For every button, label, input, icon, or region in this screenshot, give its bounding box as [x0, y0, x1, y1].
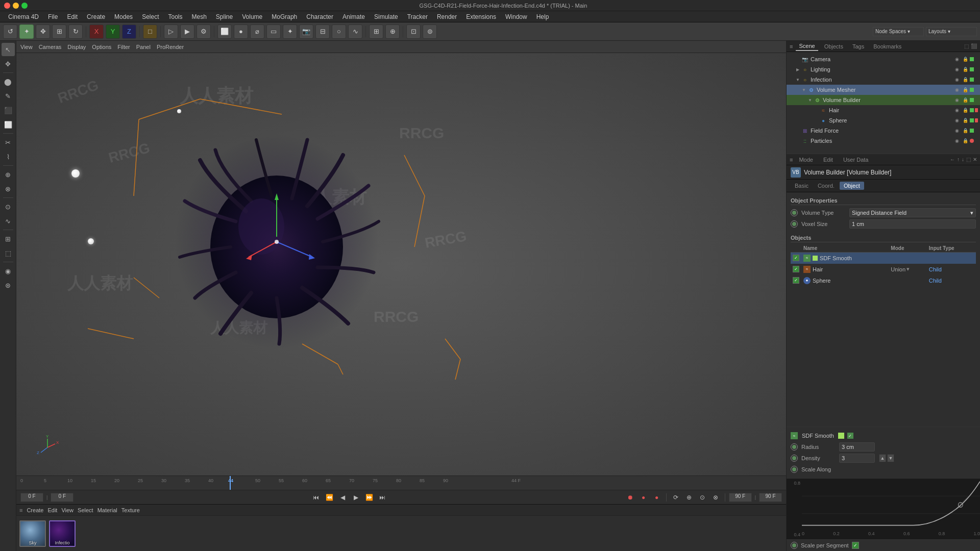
toolbar-render-view[interactable]: ▷: [164, 24, 178, 39]
viewport-cameras-menu[interactable]: Cameras: [39, 44, 62, 50]
obj-particles[interactable]: :: Particles ◉ 🔒: [787, 136, 980, 146]
material-sky[interactable]: Sky: [19, 520, 46, 547]
sdf-radius-value[interactable]: 3 cm: [839, 442, 875, 452]
obj-infection-arrow[interactable]: ▼: [795, 78, 801, 82]
menu-character[interactable]: Character: [302, 12, 337, 21]
maximize-button[interactable]: [21, 3, 28, 9]
toolbar-scale[interactable]: ⊞: [52, 24, 66, 39]
prop-expand-icon[interactable]: ⬚: [966, 157, 971, 162]
menu-animate[interactable]: Animate: [338, 12, 369, 21]
node-spaces-dropdown[interactable]: Node Spaces ▾: [873, 27, 924, 36]
fps-input[interactable]: 90 F: [759, 493, 782, 502]
sdf-smooth-checkbox[interactable]: [793, 255, 799, 261]
minimize-button[interactable]: [13, 3, 19, 9]
dynamics[interactable]: ⊗: [710, 492, 721, 503]
obj-tab-bookmarks[interactable]: Bookmarks: [870, 42, 904, 51]
obj-volume-mesher[interactable]: ▼ ⚙ Volume Mesher ◉ 🔒: [787, 85, 980, 95]
obj-lighting-arrow[interactable]: ▶: [795, 67, 801, 72]
curve-canvas[interactable]: [802, 479, 980, 531]
obj-sphere-lock-icon[interactable]: 🔒: [962, 117, 969, 124]
viewport-options-menu[interactable]: Options: [92, 44, 111, 50]
prop-coord-tab[interactable]: Coord.: [814, 182, 839, 190]
mat-create-menu[interactable]: Create: [27, 507, 43, 513]
mat-view-menu[interactable]: View: [61, 507, 74, 513]
step-back[interactable]: ⏪: [324, 492, 335, 503]
play-forward[interactable]: ▶: [350, 492, 361, 503]
toolbar-spline[interactable]: ∿: [348, 24, 362, 39]
tool-axis[interactable]: ⊞: [2, 232, 15, 245]
tool-brush[interactable]: ⬤: [2, 75, 15, 88]
scale-per-seg-checkbox[interactable]: ✓: [852, 542, 859, 549]
obj-ff-lock-icon[interactable]: 🔒: [962, 127, 969, 134]
toolbar-cylinder[interactable]: ⌀: [250, 24, 264, 39]
toolbar-live-selection[interactable]: ✦: [19, 24, 34, 39]
viewport-display-menu[interactable]: Display: [67, 44, 86, 50]
obj-lighting-vis-icon[interactable]: ◉: [953, 66, 961, 73]
obj-tab-scene[interactable]: Scene: [796, 42, 818, 51]
menu-tracker[interactable]: Tracker: [403, 12, 432, 21]
viewport-filter-menu[interactable]: Filter: [117, 44, 130, 50]
sdf-color-chip[interactable]: [838, 433, 844, 439]
menu-create[interactable]: Create: [83, 12, 109, 21]
loop[interactable]: ⟳: [670, 492, 681, 503]
obj-tab-tags[interactable]: Tags: [849, 42, 867, 51]
timeline-cursor[interactable]: [230, 476, 231, 490]
toolbar-z-axis[interactable]: Z: [122, 24, 136, 39]
menu-render[interactable]: Render: [433, 12, 461, 21]
tool-material-smooth[interactable]: ⊛: [2, 279, 15, 292]
table-row-sphere[interactable]: ● Sphere Child: [791, 275, 976, 286]
menu-file[interactable]: File: [44, 12, 62, 21]
obj-manager-menu-icon[interactable]: ≡: [790, 43, 793, 49]
obj-vm-vis-icon[interactable]: ◉: [953, 86, 961, 93]
menu-mograph[interactable]: MoGraph: [267, 12, 301, 21]
obj-sphere-vis-icon[interactable]: ◉: [953, 117, 961, 124]
toolbar-sphere-tool[interactable]: ●: [234, 24, 248, 39]
toolbar-subdivide[interactable]: ⊡: [406, 24, 421, 39]
prop-tab-mode[interactable]: Mode: [795, 156, 817, 164]
sdf-vis-btn[interactable]: ✓: [847, 433, 853, 439]
tool-smooth-tool[interactable]: ∿: [2, 214, 15, 228]
tool-sculpt[interactable]: ⊙: [2, 200, 15, 213]
toolbar-render-settings[interactable]: ⚙: [197, 24, 211, 39]
mat-select-menu[interactable]: Select: [78, 507, 93, 513]
sphere-checkbox[interactable]: [793, 277, 799, 284]
window-controls[interactable]: [4, 3, 28, 9]
end-frame-input[interactable]: 90 F: [729, 493, 752, 502]
obj-infection-vis-icon[interactable]: ◉: [953, 76, 961, 83]
obj-volume-mesher-arrow[interactable]: ▼: [801, 88, 807, 92]
hair-checkbox[interactable]: [793, 266, 799, 272]
obj-particles-lock-icon[interactable]: 🔒: [962, 137, 969, 144]
table-row-hair[interactable]: ≈ Hair Union ▾ Chil: [791, 264, 976, 275]
tool-fill[interactable]: ⬛: [2, 104, 15, 117]
menu-simulate[interactable]: Simulate: [370, 12, 402, 21]
menu-extensions[interactable]: Extensions: [462, 12, 500, 21]
sdf-density-up[interactable]: ▲: [879, 454, 886, 462]
sdf-radius-enable[interactable]: [791, 443, 798, 450]
toolbar-snap[interactable]: ⊕: [385, 24, 400, 39]
obj-vb-vis-icon[interactable]: ◉: [953, 96, 961, 104]
obj-lighting-lock-icon[interactable]: 🔒: [962, 66, 969, 73]
obj-vb-lock-icon[interactable]: 🔒: [962, 96, 969, 104]
obj-infection[interactable]: ▼ ○ Infection ◉ 🔒: [787, 74, 980, 85]
mat-texture-menu[interactable]: Texture: [121, 507, 140, 513]
hair-mode-arrow[interactable]: ▾: [906, 266, 910, 272]
volume-type-enable[interactable]: [791, 209, 798, 216]
toolbar-plane[interactable]: ▭: [266, 24, 281, 39]
tool-erase[interactable]: ⬜: [2, 118, 15, 131]
toolbar-light[interactable]: ✦: [283, 24, 297, 39]
motion-track[interactable]: ⊕: [683, 492, 695, 503]
sdf-density-value[interactable]: 3: [839, 454, 875, 463]
prop-back-icon[interactable]: ←: [950, 157, 955, 162]
layouts-dropdown[interactable]: Layouts ▾: [926, 27, 977, 36]
curve-area[interactable]: 0.8 0.4 0: [787, 478, 980, 539]
obj-particles-vis-icon[interactable]: ◉: [953, 137, 961, 144]
tool-move[interactable]: ✥: [2, 57, 15, 70]
tool-bridge[interactable]: ⌇: [2, 150, 15, 163]
prop-menu-icon[interactable]: ≡: [790, 157, 793, 163]
obj-field-force[interactable]: ⊞ Field Force ◉ 🔒: [787, 126, 980, 136]
obj-manager-icon-2[interactable]: ⬛: [971, 43, 977, 49]
mat-edit-menu[interactable]: Edit: [47, 507, 57, 513]
scale-per-seg-enable[interactable]: [791, 542, 798, 549]
material-infection[interactable]: Infectio: [49, 520, 76, 547]
prop-object-tab[interactable]: Object: [840, 182, 864, 190]
